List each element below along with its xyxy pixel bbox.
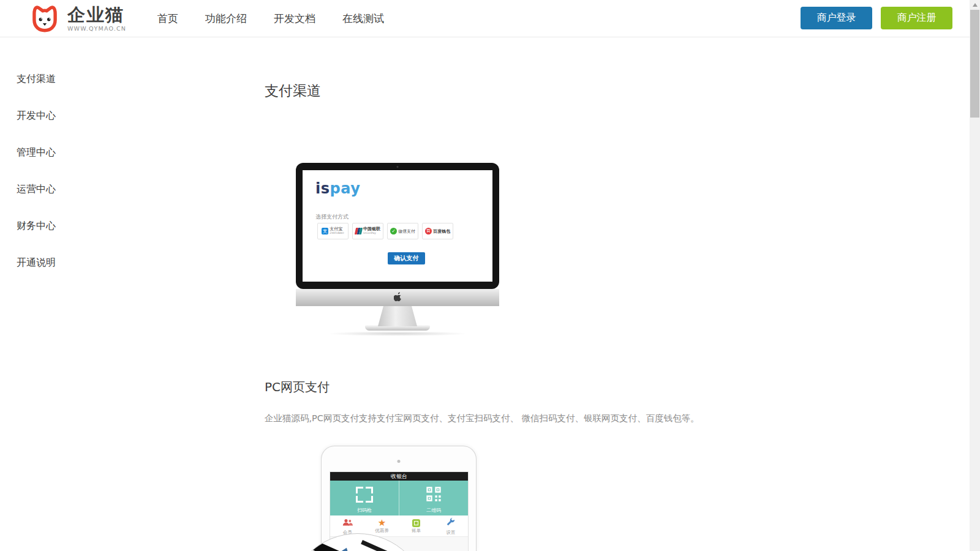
main-nav: 首页 功能介绍 开发文档 在线测试 <box>157 0 384 37</box>
sidebar-item-admin-center[interactable]: 管理中心 <box>17 145 56 159</box>
top-navbar: 企业猫 WWW.QYMAO.CN 首页 功能介绍 开发文档 在线测试 商户登录 … <box>0 0 980 37</box>
imac-screen: ispay 选择支付方式 支 支付宝 ZHIFUBAO 中国银联 <box>303 170 492 282</box>
sidebar-item-activation-guide[interactable]: 开通说明 <box>17 255 56 269</box>
merchant-login-button[interactable]: 商户登录 <box>801 7 872 29</box>
sidebar-item-payment-channels[interactable]: 支付渠道 <box>17 72 56 86</box>
page-title: 支付渠道 <box>265 81 321 100</box>
payment-method-list: 支 支付宝 ZHIFUBAO 中国银联 UnionPay <box>317 223 453 239</box>
scroll-up-icon[interactable] <box>970 3 980 9</box>
qr-code-icon <box>424 485 443 505</box>
nav-item-online-test[interactable]: 在线测试 <box>342 12 384 26</box>
nav-item-features[interactable]: 功能介绍 <box>205 12 247 26</box>
payment-method-wechat: ✓ 微信支付 <box>387 223 418 239</box>
sidebar-item-finance-center[interactable]: 财务中心 <box>17 219 56 233</box>
unionpay-icon <box>355 228 363 234</box>
sidebar-item-operation-center[interactable]: 运营中心 <box>17 182 56 196</box>
confirm-payment-button: 确认支付 <box>388 252 425 264</box>
page: 企业猫 WWW.QYMAO.CN 首页 功能介绍 开发文档 在线测试 商户登录 … <box>0 0 980 551</box>
payment-method-baidu-wallet: 百 百度钱包 <box>422 223 453 239</box>
nav-item-home[interactable]: 首页 <box>157 12 178 26</box>
payment-method-alipay: 支 支付宝 ZHIFUBAO <box>317 223 349 239</box>
imac-camera-dot <box>397 166 399 168</box>
imac-stand-neck <box>378 306 417 326</box>
alipay-icon: 支 <box>322 228 328 234</box>
logo-title: 企业猫 <box>67 4 126 25</box>
wechat-pay-icon: ✓ <box>390 228 397 234</box>
wrench-icon <box>446 517 455 529</box>
coupon-star-icon: ★ <box>378 519 386 527</box>
payment-method-unionpay: 中国银联 UnionPay <box>352 223 383 239</box>
logo[interactable]: 企业猫 WWW.QYMAO.CN <box>28 1 126 34</box>
vertical-scrollbar[interactable] <box>970 0 980 551</box>
logo-subtitle: WWW.QYMAO.CN <box>67 25 126 32</box>
bill-icon <box>412 519 420 527</box>
sidebar-item-dev-center[interactable]: 开发中心 <box>17 108 56 122</box>
cashier-title-bar: 收银台 <box>330 472 468 481</box>
qr-code-panel: 二维码 <box>399 481 468 515</box>
imac-illustration: ispay 选择支付方式 支 支付宝 ZHIFUBAO 中国银联 <box>296 163 499 336</box>
cat-logo-icon <box>28 1 61 34</box>
choose-payment-label: 选择支付方式 <box>315 213 349 221</box>
section-title: PC网页支付 <box>265 379 330 395</box>
section-description: 企业猫源码,PC网页支付支持支付宝网页支付、支付宝扫码支付、 微信扫码支付、银联… <box>265 413 699 424</box>
nav-item-docs[interactable]: 开发文档 <box>274 12 315 26</box>
toolbar-bill: 账单 <box>399 515 434 536</box>
imac-shadow <box>327 331 468 336</box>
scan-gun-panel: 扫码枪 <box>330 481 399 515</box>
side-menu: 支付渠道 开发中心 管理中心 运营中心 财务中心 开通说明 <box>17 72 56 292</box>
merchant-register-button[interactable]: 商户注册 <box>881 7 952 29</box>
toolbar-coupon: ★ 优惠券 <box>364 515 399 536</box>
member-icon <box>342 517 353 529</box>
imac-chin <box>296 289 499 306</box>
card-stripe-graphic <box>361 540 394 551</box>
imac-bezel: ispay 选择支付方式 支 支付宝 ZHIFUBAO 中国银联 <box>296 163 499 289</box>
tablet-camera-dot <box>398 460 401 463</box>
ispay-logo: ispay <box>315 180 360 197</box>
scrollbar-thumb[interactable] <box>970 10 979 118</box>
scan-frame-icon <box>356 487 373 503</box>
card-corner-graphic <box>336 547 350 551</box>
apple-logo-icon <box>394 292 402 304</box>
toolbar-settings: 设置 <box>434 515 468 536</box>
baidu-wallet-icon: 百 <box>425 228 432 234</box>
